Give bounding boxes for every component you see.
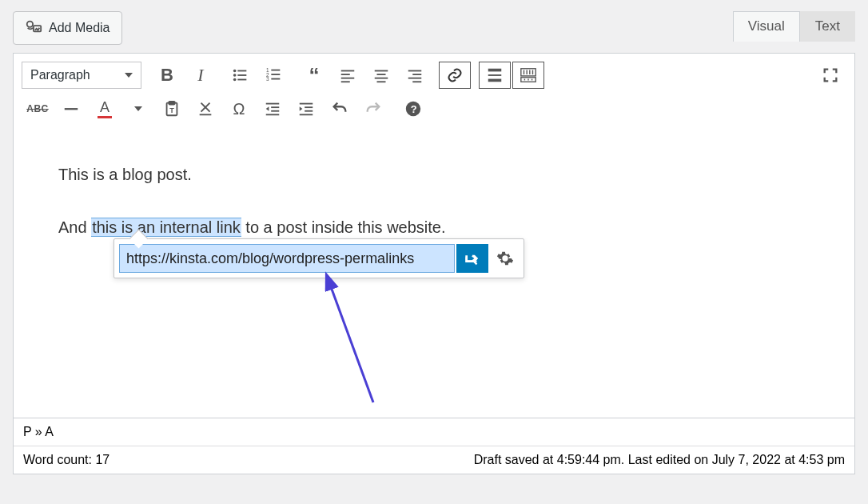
numbered-list-button[interactable]: 123 xyxy=(258,62,290,89)
svg-rect-3 xyxy=(237,70,246,72)
word-count: Word count: 17 xyxy=(23,453,109,467)
paste-text-button[interactable]: T xyxy=(156,95,188,122)
svg-rect-48 xyxy=(305,110,313,112)
bulleted-list-button[interactable] xyxy=(225,62,257,89)
svg-rect-24 xyxy=(408,78,422,79)
text-after: to a post inside this website. xyxy=(241,218,446,236)
svg-rect-43 xyxy=(271,106,279,108)
link-url-input[interactable] xyxy=(119,244,455,273)
undo-button[interactable] xyxy=(324,95,356,122)
svg-rect-44 xyxy=(271,110,279,112)
read-more-button[interactable] xyxy=(479,62,511,89)
align-right-button[interactable] xyxy=(399,62,431,89)
svg-rect-20 xyxy=(375,78,388,79)
svg-text:?: ? xyxy=(411,103,417,115)
media-icon xyxy=(25,18,42,38)
svg-rect-40 xyxy=(169,102,174,105)
text-color-dropdown[interactable] xyxy=(122,95,154,122)
svg-rect-7 xyxy=(237,79,246,81)
special-character-button[interactable]: Ω xyxy=(223,95,255,122)
svg-rect-15 xyxy=(341,74,350,75)
strikethrough-button[interactable]: ABC xyxy=(22,95,54,122)
indent-button[interactable] xyxy=(290,95,322,122)
help-button[interactable]: ? xyxy=(397,95,429,122)
svg-rect-49 xyxy=(300,114,313,115)
svg-point-0 xyxy=(27,22,33,27)
svg-text:T: T xyxy=(169,106,174,114)
svg-rect-26 xyxy=(488,69,502,72)
apply-link-button[interactable] xyxy=(456,244,488,273)
blockquote-button[interactable]: “ xyxy=(298,62,330,89)
svg-line-52 xyxy=(327,276,373,402)
bold-button[interactable]: B xyxy=(151,62,183,89)
editor-toolbar: Paragraph B I 123 “ xyxy=(13,53,855,130)
svg-rect-13 xyxy=(271,78,280,80)
svg-point-2 xyxy=(233,70,237,73)
align-center-button[interactable] xyxy=(365,62,397,89)
element-path[interactable]: P » A xyxy=(14,418,854,446)
svg-rect-17 xyxy=(341,81,350,82)
svg-rect-5 xyxy=(237,74,246,76)
svg-rect-11 xyxy=(271,74,280,75)
svg-rect-42 xyxy=(266,103,280,105)
svg-rect-38 xyxy=(65,108,78,110)
add-media-label: Add Media xyxy=(49,21,110,35)
add-media-button[interactable]: Add Media xyxy=(13,11,122,45)
format-label: Paragraph xyxy=(30,68,90,82)
svg-text:3: 3 xyxy=(266,76,269,82)
svg-rect-16 xyxy=(341,78,355,79)
format-dropdown[interactable]: Paragraph xyxy=(22,62,141,89)
link-options-button[interactable] xyxy=(492,244,519,273)
svg-rect-28 xyxy=(488,79,502,82)
fullscreen-button[interactable] xyxy=(814,62,846,89)
link-button[interactable] xyxy=(439,62,471,89)
italic-button[interactable]: I xyxy=(185,62,217,89)
text-color-button[interactable]: A xyxy=(89,95,121,122)
svg-rect-45 xyxy=(266,114,280,115)
svg-rect-18 xyxy=(375,70,388,72)
align-left-button[interactable] xyxy=(332,62,364,89)
save-status: Draft saved at 4:59:44 pm. Last edited o… xyxy=(474,453,845,467)
svg-rect-9 xyxy=(271,70,280,71)
svg-rect-14 xyxy=(341,70,355,72)
svg-rect-19 xyxy=(377,74,386,75)
selected-link-text[interactable]: this is an internal link xyxy=(91,218,241,237)
horizontal-line-button[interactable] xyxy=(55,95,87,122)
outdent-button[interactable] xyxy=(257,95,289,122)
tab-visual[interactable]: Visual xyxy=(733,11,800,42)
chevron-down-icon xyxy=(125,73,133,78)
editor-content-area[interactable]: This is a blog post. And this is an inte… xyxy=(13,130,855,418)
clear-formatting-button[interactable] xyxy=(189,95,221,122)
svg-rect-21 xyxy=(377,81,386,82)
paragraph-2: And this is an internal link to a post i… xyxy=(58,215,810,239)
svg-rect-46 xyxy=(300,103,313,105)
tab-text[interactable]: Text xyxy=(800,11,855,42)
svg-rect-47 xyxy=(305,106,313,108)
editor-tabs: Visual Text xyxy=(733,11,855,42)
text-before: And xyxy=(58,218,91,236)
redo-button[interactable] xyxy=(357,95,389,122)
svg-rect-29 xyxy=(521,69,536,76)
svg-rect-23 xyxy=(412,74,421,75)
svg-rect-22 xyxy=(408,70,422,72)
paragraph-1: This is a blog post. xyxy=(58,162,810,186)
svg-point-4 xyxy=(233,74,237,77)
toolbar-toggle-button[interactable] xyxy=(512,62,544,89)
status-bar: P » A Word count: 17 Draft saved at 4:59… xyxy=(13,418,855,474)
svg-rect-25 xyxy=(412,81,421,82)
annotation-arrow-icon xyxy=(317,266,397,418)
svg-rect-27 xyxy=(488,74,502,76)
svg-point-6 xyxy=(233,78,237,82)
link-insert-popup xyxy=(113,238,524,278)
